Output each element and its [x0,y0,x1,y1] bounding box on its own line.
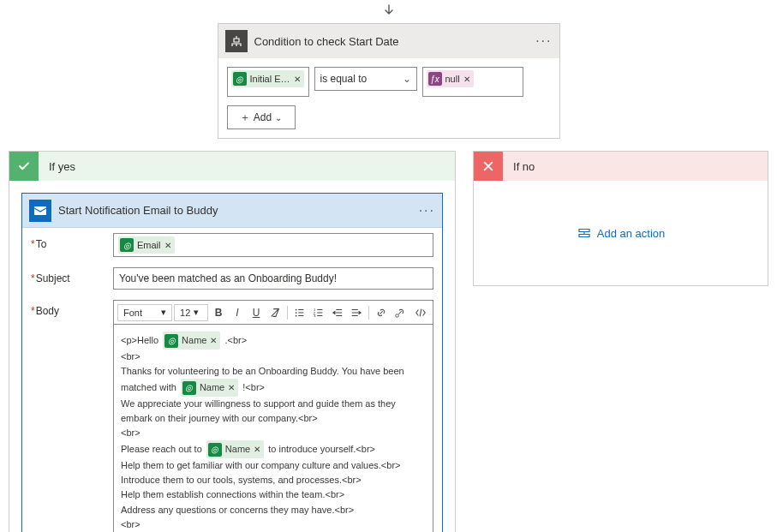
subject-input[interactable]: You've been matched as an Onboarding Bud… [113,267,433,290]
branch-no-header: If no [474,152,768,181]
branch-if-no: If no Add an action [473,151,768,286]
condition-right-operand[interactable]: ƒx null ✕ [422,67,523,97]
email-action-menu-button[interactable]: ··· [419,203,435,218]
body-editor[interactable]: <p>Hello ◎Name✕ .<br> <br> Thanks for vo… [113,324,433,532]
code-view-button[interactable] [412,304,429,321]
arrow-down-icon [9,3,768,21]
italic-button[interactable]: I [229,304,246,321]
remove-token-icon[interactable]: ✕ [228,381,235,395]
close-icon [474,152,503,181]
chevron-down-icon: ⌄ [403,73,411,85]
condition-title: Condition to check Start Date [254,35,399,48]
remove-token-icon[interactable]: ✕ [463,75,470,84]
to-label: *To [31,233,113,250]
condition-menu-button[interactable]: ··· [535,33,552,49]
clear-formatting-button[interactable] [266,304,284,321]
svg-point-7 [396,314,399,317]
rte-toolbar: Font▾ 12▾ B I U [113,300,433,324]
add-action-button[interactable]: Add an action [474,181,768,285]
indent-button[interactable] [348,304,365,321]
condition-operator-select[interactable]: is equal to ⌄ [314,67,417,91]
outdent-button[interactable] [329,304,346,321]
add-condition-button[interactable]: ＋ Add ⌄ [227,105,296,129]
underline-button[interactable]: U [248,304,265,321]
svg-point-3 [296,314,297,316]
link-settings-button[interactable] [391,304,409,321]
chevron-down-icon: ⌄ [275,113,282,123]
remove-token-icon[interactable]: ✕ [294,75,301,84]
subject-label: *Subject [31,267,113,284]
bold-button[interactable]: B [210,304,227,321]
condition-icon [225,30,248,52]
numbered-list-button[interactable]: 123 [310,304,327,321]
remove-token-icon[interactable]: ✕ [164,241,171,250]
remove-token-icon[interactable]: ✕ [210,334,217,348]
token-email[interactable]: ◎ Email ✕ [118,236,175,254]
plus-icon: ＋ [240,111,250,125]
font-family-select[interactable]: Font▾ [117,304,172,321]
svg-text:3: 3 [314,314,316,318]
dataverse-icon: ◎ [182,381,196,395]
email-action-header[interactable]: Start Notification Email to Buddy ··· [22,194,442,228]
to-input[interactable]: ◎ Email ✕ [113,233,433,257]
token-name[interactable]: ◎Name✕ [206,440,264,458]
branch-if-yes: If yes Start Notification Email to Buddy… [9,151,456,532]
token-name[interactable]: ◎Name✕ [181,379,238,397]
fx-icon: ƒx [428,72,442,86]
condition-header[interactable]: Condition to check Start Date ··· [218,24,559,58]
branch-yes-header: If yes [9,152,455,181]
svg-point-2 [296,312,297,314]
remove-token-icon[interactable]: ✕ [254,443,260,457]
token-initial-e[interactable]: ◎ Initial E… ✕ [231,70,304,87]
dataverse-icon: ◎ [208,443,222,457]
bullet-list-button[interactable] [291,304,308,321]
dataverse-icon: ◎ [164,334,178,348]
token-name[interactable]: ◎Name✕ [163,332,220,350]
dataverse-icon: ◎ [233,72,247,86]
link-button[interactable] [373,304,390,321]
condition-card: Condition to check Start Date ··· ◎ Init… [218,23,560,139]
check-icon [9,152,39,181]
outlook-icon [29,200,51,222]
svg-rect-0 [34,206,46,215]
svg-point-1 [296,308,297,310]
condition-left-operand[interactable]: ◎ Initial E… ✕ [227,67,309,97]
email-action-card: Start Notification Email to Buddy ··· *T… [21,193,443,532]
body-label: *Body [31,300,113,317]
email-action-title: Start Notification Email to Buddy [58,204,218,217]
dataverse-icon: ◎ [120,238,134,252]
token-null[interactable]: ƒx null ✕ [427,70,474,87]
font-size-select[interactable]: 12▾ [174,304,208,321]
